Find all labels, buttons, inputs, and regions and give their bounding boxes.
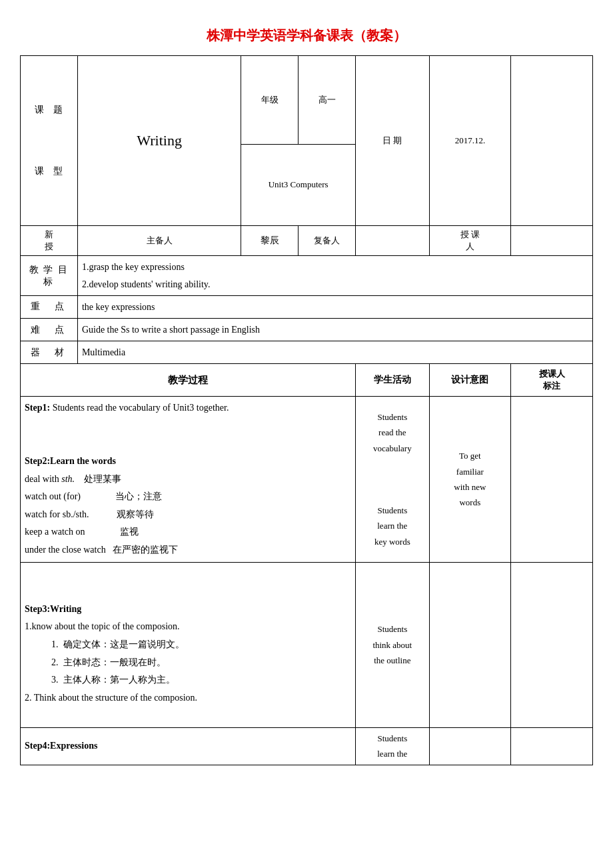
step1-step2-teacher-note xyxy=(511,397,593,562)
backup-teacher-value xyxy=(356,226,429,256)
writing-cell: Writing xyxy=(77,56,241,226)
main-teacher-value: 黎辰 xyxy=(241,226,299,256)
date-label: 日 期 xyxy=(356,56,429,226)
step4-teacher-note xyxy=(511,728,593,765)
date-value: 2017.12. xyxy=(429,56,511,226)
key-points-label: 重 点 xyxy=(21,295,78,318)
step3-activity: Students think about the outline xyxy=(356,562,429,727)
grade-label: 年级 xyxy=(241,56,299,145)
difficulties-label: 难 点 xyxy=(21,318,78,341)
step3-teacher-note xyxy=(511,562,593,727)
step1-step2-activity: Students read the vocabulary Students le… xyxy=(356,397,429,562)
step4-design xyxy=(429,728,511,765)
step1-step2-design: To get familiar with new words xyxy=(429,397,511,562)
process-header-row: 教学过程 学生活动 设计意图 授课人 标注 xyxy=(21,364,593,397)
step4-content: Step4:Expressions xyxy=(21,728,356,765)
backup-teacher-label: 复备人 xyxy=(299,226,356,256)
objectives-row: 教 学 目 标 1.grasp the key expressions 2.de… xyxy=(21,256,593,295)
activity-header: 学生活动 xyxy=(356,364,429,397)
objectives-label: 教 学 目 标 xyxy=(21,256,78,295)
step3-content: Step3:Writing 1.know about the topic of … xyxy=(21,562,356,727)
objectives-content: 1.grasp the key expressions 2.develop st… xyxy=(77,256,592,295)
difficulties-row: 难 点 Guide the Ss to write a short passag… xyxy=(21,318,593,341)
header-row-1: 课 题 课 型 Writing 年级 高一 日 期 2017.12. xyxy=(21,56,593,145)
new-type-label: 新 授 xyxy=(21,226,78,256)
step1-step2-content: Step1: Students read the vocabulary of U… xyxy=(21,397,356,562)
main-table: 课 题 课 型 Writing 年级 高一 日 期 2017.12. Unit3… xyxy=(20,55,593,765)
step3-design xyxy=(429,562,511,727)
key-points-content: the key expressions xyxy=(77,295,592,318)
process-header: 教学过程 xyxy=(21,364,356,397)
teaching-teacher-value xyxy=(511,226,593,256)
main-teacher-label: 主备人 xyxy=(77,226,241,256)
step3-row: Step3:Writing 1.know about the topic of … xyxy=(21,562,593,727)
equipment-label: 器 材 xyxy=(21,341,78,364)
grade-value: 高一 xyxy=(299,56,356,145)
type-row: 新 授 主备人 黎辰 复备人 授 课 人 xyxy=(21,226,593,256)
equipment-row: 器 材 Multimedia xyxy=(21,341,593,364)
subject-type-label: 课 题 课 型 xyxy=(21,56,78,226)
step4-activity: Students learn the xyxy=(356,728,429,765)
design-header: 设计意图 xyxy=(429,364,511,397)
equipment-content: Multimedia xyxy=(77,341,592,364)
unit-cell: Unit3 Computers xyxy=(241,144,356,226)
step1-step2-row: Step1: Students read the vocabulary of U… xyxy=(21,397,593,562)
teaching-teacher-label: 授 课 人 xyxy=(429,226,511,256)
difficulties-content: Guide the Ss to write a short passage in… xyxy=(77,318,592,341)
teacher-header: 授课人 标注 xyxy=(511,364,593,397)
page-title: 株潭中学英语学科备课表（教案） xyxy=(20,27,593,45)
step4-row: Step4:Expressions Students learn the xyxy=(21,728,593,765)
key-points-row: 重 点 the key expressions xyxy=(21,295,593,318)
